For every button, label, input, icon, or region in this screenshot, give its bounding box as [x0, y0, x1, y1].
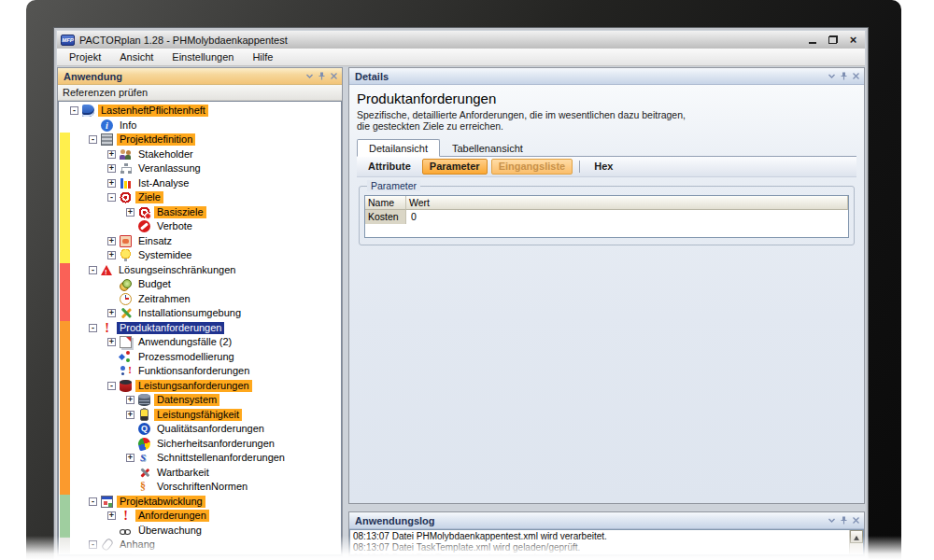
expand-box[interactable]: + — [126, 396, 134, 404]
tree-indent-spacer — [126, 486, 138, 487]
chevron-down-icon[interactable] — [305, 72, 314, 80]
pin-icon[interactable] — [840, 516, 848, 525]
log-panel-header: Anwendungslog — [349, 512, 864, 529]
tree-item-anwendungsfalle-2[interactable]: +Anwendungsfälle (2) — [59, 335, 341, 350]
close-button[interactable]: × — [845, 33, 861, 47]
collapse-box[interactable]: - — [107, 382, 116, 390]
expand-box[interactable]: + — [107, 179, 116, 188]
tab-tabellenansicht[interactable]: Tabellenansicht — [440, 139, 535, 157]
tree-item-ist-analyse[interactable]: +Ist-Analyse — [59, 176, 341, 191]
expand-box[interactable]: + — [107, 237, 116, 245]
pin-icon[interactable] — [840, 72, 848, 80]
view-button-eingangsliste[interactable]: Eingangsliste — [491, 159, 573, 175]
window-title: PACTORplan 1.28 - PHMolybdaenkappentest — [79, 35, 800, 46]
chevron-down-icon[interactable] — [828, 516, 836, 525]
tree-item-funktionsanforderungen[interactable]: Funktionsanforderungen — [59, 364, 341, 379]
collapse-box[interactable]: - — [89, 135, 97, 144]
expand-box[interactable]: + — [107, 309, 116, 317]
collapse-box[interactable]: - — [89, 266, 97, 274]
tree-item-info[interactable]: Info — [59, 119, 341, 133]
collapse-box[interactable]: - — [89, 540, 97, 549]
tree-item-stakeholder[interactable]: +Stakeholder — [59, 147, 341, 162]
tree-item-wartbarkeit[interactable]: Wartbarkeit — [59, 466, 341, 481]
expand-box[interactable]: + — [107, 150, 116, 159]
references-check-button[interactable]: Referenzen prüfen — [58, 85, 342, 101]
pin-icon[interactable] — [318, 72, 326, 80]
expand-box[interactable]: + — [107, 164, 116, 173]
scroll-up-button[interactable] — [850, 530, 863, 543]
collapse-box[interactable]: - — [89, 324, 97, 332]
collapse-box[interactable]: - — [89, 497, 97, 506]
cell-name[interactable]: Kosten — [365, 210, 406, 224]
tree-item-verbote[interactable]: Verbote — [59, 219, 341, 234]
expand-box[interactable]: + — [126, 454, 134, 462]
close-icon[interactable] — [330, 72, 338, 80]
menu-item-projekt[interactable]: Projekt — [61, 49, 109, 64]
tree-item-budget[interactable]: Budget — [59, 277, 341, 292]
tree-item-label: Veranlassung — [135, 162, 204, 175]
details-panel: Details Produktanforderungen Spezifische… — [348, 67, 865, 504]
tree-item-label: VorschriftenNormen — [154, 481, 250, 493]
close-icon[interactable] — [852, 72, 860, 80]
view-button-hex[interactable]: Hex — [587, 159, 620, 175]
horizontal-splitter[interactable] — [348, 504, 865, 511]
log-list[interactable]: 08:13:07 Datei PHMolybdaenkappentest.xml… — [349, 529, 864, 555]
tree-item-lastenheftpflichtenheft[interactable]: -LastenheftPflichtenheft — [59, 104, 341, 119]
tree-item-einsatz[interactable]: +Einsatz — [59, 234, 341, 249]
log-scrollbar[interactable] — [849, 530, 863, 554]
tree-item-uberwachung[interactable]: Überwachung — [59, 524, 341, 539]
cell-value[interactable]: 0 — [406, 210, 848, 224]
tree-item-losungseinschrankungen[interactable]: -Lösungseinschränkungen — [59, 263, 341, 278]
tree-item-label: Verbote — [154, 220, 195, 232]
chevron-down-icon[interactable] — [828, 72, 836, 80]
log-entry: 08:13:08 Datei TaskTemplate.xml wird ver… — [353, 553, 846, 555]
title-bar[interactable]: MFP PACTORplan 1.28 - PHMolybdaenkappent… — [57, 31, 865, 49]
tree-item-schnittstellenanforderungen[interactable]: +Schnittstellenanforderungen — [59, 451, 341, 466]
expand-box[interactable]: + — [107, 511, 116, 520]
tree-item-basisziele[interactable]: +Basisziele — [59, 205, 341, 220]
tree-indent-spacer — [107, 284, 120, 285]
expand-box[interactable]: + — [126, 411, 134, 419]
tree-item-sicherheitsanforderungen[interactable]: Sicherheitsanforderungen — [59, 437, 341, 452]
menu-item-hilfe[interactable]: Hilfe — [244, 49, 281, 64]
tree-item-vorschriftennormen[interactable]: VorschriftenNormen — [59, 480, 341, 495]
tree-item-zeitrahmen[interactable]: Zeitrahmen — [59, 292, 341, 307]
column-header-wert[interactable]: Wert — [406, 196, 848, 210]
tree-area[interactable]: -LastenheftPflichtenheftInfo-Projektdefi… — [58, 101, 342, 555]
tree-item-prozessmodellierung[interactable]: Prozessmodellierung — [59, 350, 341, 365]
tree-item-systemidee[interactable]: +Systemidee — [59, 248, 341, 263]
expand-box[interactable]: + — [107, 251, 116, 259]
menu-item-einstellungen[interactable]: Einstellungen — [163, 49, 242, 64]
menu-item-ansicht[interactable]: Ansicht — [111, 49, 162, 64]
tree-item-ziele[interactable]: -Ziele — [59, 190, 341, 205]
tree-item-veranlassung[interactable]: +Veranlassung — [59, 161, 341, 176]
expand-box[interactable]: + — [126, 208, 134, 217]
tree-item-qualitatsanforderungen[interactable]: Qualitätsanforderungen — [59, 422, 341, 437]
view-button-parameter[interactable]: Parameter — [422, 159, 488, 175]
expand-box[interactable]: + — [107, 338, 116, 346]
glasses-icon — [120, 525, 132, 537]
panel-header-icons — [828, 516, 860, 525]
view-button-attribute[interactable]: Attribute — [361, 159, 418, 175]
tree-item-datensystem[interactable]: +Datensystem — [59, 393, 341, 408]
cylred-icon — [120, 380, 132, 392]
column-header-name[interactable]: Name — [365, 196, 406, 210]
tree-item-leistungsanforderungen[interactable]: -Leistungsanforderungen — [59, 379, 341, 394]
tree-item-leistungsfahigkeit[interactable]: +Leistungsfähigkeit — [59, 408, 341, 423]
tab-detailansicht[interactable]: Detailansicht — [357, 139, 440, 157]
parameter-grid[interactable]: NameWert Kosten0 — [364, 195, 849, 238]
tree-item-produktanforderungen[interactable]: -Produktanforderungen — [59, 321, 341, 336]
usecase-icon — [120, 336, 132, 348]
restore-button[interactable] — [825, 33, 841, 47]
tree-item-projektdefinition[interactable]: -Projektdefinition — [59, 133, 341, 147]
collapse-box[interactable]: - — [107, 193, 116, 202]
collapse-box[interactable]: - — [70, 106, 78, 115]
tree-item-anforderungen[interactable]: +Anforderungen — [59, 509, 341, 524]
tree-item-anhang[interactable]: -Anhang — [59, 538, 341, 553]
screenshot-stage: MFP PACTORplan 1.28 - PHMolybdaenkappent… — [0, 0, 934, 560]
tree-item-projektabwicklung[interactable]: -Projektabwicklung — [59, 495, 341, 510]
tree-item-glossar-0[interactable]: Glossar (0) — [59, 553, 341, 556]
tree-item-installationsumgebung[interactable]: +Installationsumgebung — [59, 306, 341, 321]
close-icon[interactable] — [852, 516, 860, 525]
minimize-button[interactable] — [804, 33, 820, 47]
